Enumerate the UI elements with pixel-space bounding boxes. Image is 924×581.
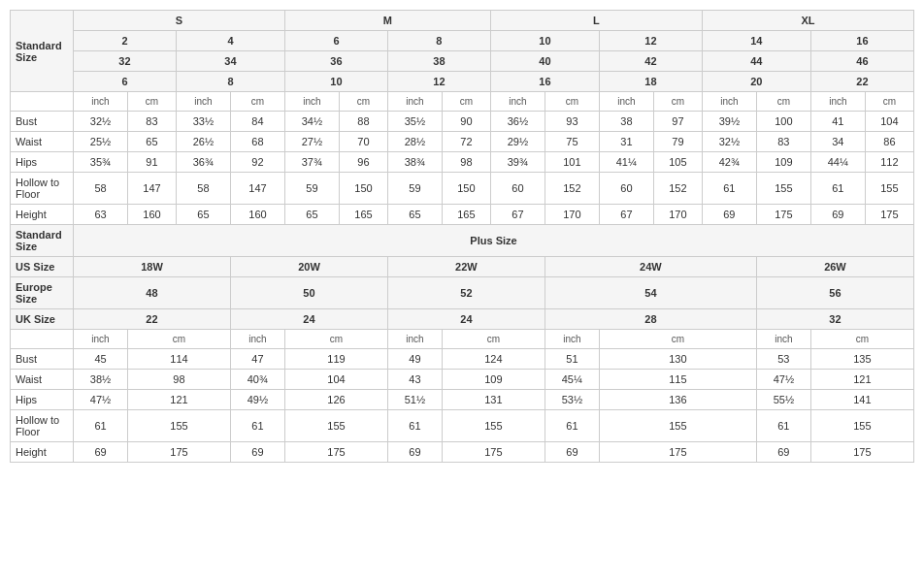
- htf-m2-cm: 150: [442, 173, 490, 205]
- pbust-18w-cm: 114: [128, 349, 231, 370]
- h-m2-inch: 65: [387, 205, 442, 225]
- waist-xl2-cm: 86: [865, 132, 913, 152]
- plus-eu-56: 56: [756, 277, 913, 309]
- ph-18w-cm: 175: [128, 442, 231, 463]
- htf-l2-cm: 152: [653, 173, 702, 205]
- ph-24w-cm: 175: [599, 442, 756, 463]
- inch-label-1: inch: [74, 92, 128, 112]
- h-m1-inch: 65: [284, 205, 339, 225]
- inch-label-2: inch: [176, 92, 230, 112]
- hips-s1-inch: 35¾: [74, 152, 128, 173]
- cm-label-2: cm: [230, 92, 284, 112]
- size-xl-header: XL: [702, 11, 913, 31]
- hips-l2-cm: 105: [653, 152, 702, 173]
- phtf-22w-cm: 155: [442, 410, 544, 442]
- uk-l1: 16: [490, 72, 599, 92]
- us-s1: 2: [74, 31, 177, 51]
- phtf-26w-cm: 155: [810, 410, 913, 442]
- plus-22w: 22W: [387, 257, 544, 277]
- bust-m1-inch: 34½: [284, 112, 339, 132]
- h-s1-cm: 160: [128, 205, 177, 225]
- ph-26w-cm: 175: [810, 442, 913, 463]
- hips-l1-cm: 101: [544, 152, 599, 173]
- waist-s2-inch: 26½: [176, 132, 230, 152]
- eu-s2: 34: [176, 51, 284, 72]
- phtf-24w-inch: 61: [544, 410, 599, 442]
- us-m2: 8: [387, 31, 490, 51]
- hips-l1-inch: 39¾: [490, 152, 544, 173]
- bust-s2-inch: 33½: [176, 112, 230, 132]
- eu-xl1: 44: [702, 51, 810, 72]
- htf-s1-cm: 147: [128, 173, 177, 205]
- plus-height-label: Height: [11, 442, 74, 463]
- bust-l1-inch: 36½: [490, 112, 544, 132]
- us-xl2: 16: [810, 31, 913, 51]
- uk-s2: 8: [176, 72, 284, 92]
- pwaist-26w-cm: 121: [810, 370, 913, 390]
- h-l2-inch: 67: [599, 205, 653, 225]
- ph-20w-inch: 69: [230, 442, 284, 463]
- hips-m2-inch: 38¾: [387, 152, 442, 173]
- bust-xl1-inch: 39½: [702, 112, 756, 132]
- cm-label-8: cm: [865, 92, 913, 112]
- size-s-header: S: [74, 11, 285, 31]
- p-inch-3: inch: [387, 330, 442, 349]
- pbust-20w-inch: 47: [230, 349, 284, 370]
- waist-s1-cm: 65: [128, 132, 177, 152]
- htf-m2-inch: 59: [387, 173, 442, 205]
- plus-hips-label: Hips: [11, 390, 74, 410]
- ph-20w-cm: 175: [284, 442, 387, 463]
- phips-22w-inch: 51½: [387, 390, 442, 410]
- us-s2: 4: [176, 31, 284, 51]
- uk-size-label-plus: UK Size: [11, 309, 74, 330]
- phtf-22w-inch: 61: [387, 410, 442, 442]
- eu-xl2: 46: [810, 51, 913, 72]
- cm-label-7: cm: [756, 92, 810, 112]
- pbust-26w-inch: 53: [756, 349, 810, 370]
- inch-label-8: inch: [810, 92, 865, 112]
- bust-s1-inch: 32½: [74, 112, 128, 132]
- plus-uk-24: 24: [230, 309, 387, 330]
- p-inch-4: inch: [544, 330, 599, 349]
- pwaist-24w-cm: 115: [599, 370, 756, 390]
- h-l1-inch: 67: [490, 205, 544, 225]
- p-inch-2: inch: [230, 330, 284, 349]
- phtf-18w-inch: 61: [74, 410, 128, 442]
- bust-xl2-inch: 41: [810, 112, 865, 132]
- h-xl1-inch: 69: [702, 205, 756, 225]
- h-s2-cm: 160: [230, 205, 284, 225]
- pbust-24w-inch: 51: [544, 349, 599, 370]
- plus-20w: 20W: [230, 257, 387, 277]
- waist-xl2-inch: 34: [810, 132, 865, 152]
- waist-m1-cm: 70: [339, 132, 387, 152]
- waist-l2-cm: 79: [653, 132, 702, 152]
- pbust-22w-inch: 49: [387, 349, 442, 370]
- pwaist-18w-cm: 98: [128, 370, 231, 390]
- hips-xl1-cm: 109: [756, 152, 810, 173]
- p-cm-3: cm: [442, 330, 544, 349]
- uk-s1: 6: [74, 72, 177, 92]
- htf-xl2-inch: 61: [810, 173, 865, 205]
- htf-xl2-cm: 155: [865, 173, 913, 205]
- phips-20w-inch: 49½: [230, 390, 284, 410]
- cm-label-3: cm: [339, 92, 387, 112]
- size-l-header: L: [490, 11, 702, 31]
- ph-22w-cm: 175: [442, 442, 544, 463]
- phips-26w-inch: 55½: [756, 390, 810, 410]
- plus-uk-22: 22: [74, 309, 231, 330]
- plus-uk-24b: 24: [387, 309, 544, 330]
- plus-eu-54: 54: [544, 277, 756, 309]
- size-m-header: M: [284, 11, 490, 31]
- htf-xl1-cm: 155: [756, 173, 810, 205]
- us-size-label-plus: US Size: [11, 257, 74, 277]
- h-xl1-cm: 175: [756, 205, 810, 225]
- hips-s1-cm: 91: [128, 152, 177, 173]
- ph-22w-inch: 69: [387, 442, 442, 463]
- bust-l2-inch: 38: [599, 112, 653, 132]
- phtf-26w-inch: 61: [756, 410, 810, 442]
- cm-label-1: cm: [128, 92, 177, 112]
- plus-waist-label: Waist: [11, 370, 74, 390]
- us-l1: 10: [490, 31, 599, 51]
- p-cm-2: cm: [284, 330, 387, 349]
- eu-m2: 38: [387, 51, 490, 72]
